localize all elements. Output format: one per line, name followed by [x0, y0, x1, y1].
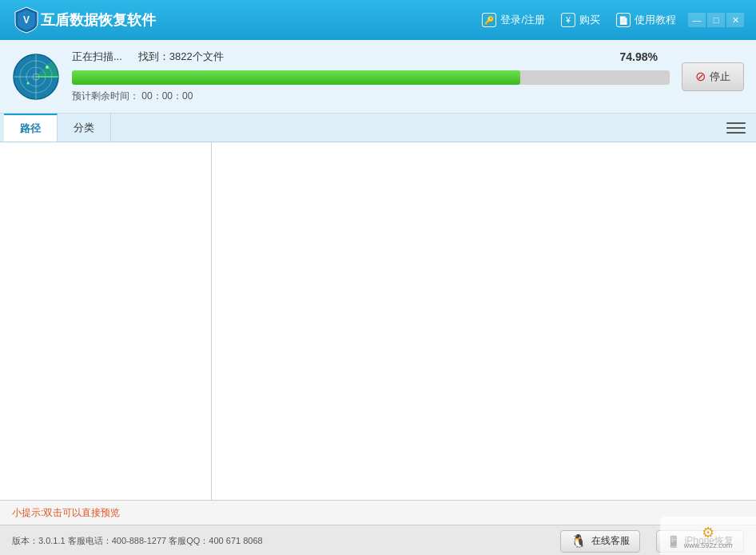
- scan-found-text: 找到：3822个文件: [138, 50, 224, 64]
- main-content: [0, 142, 756, 501]
- maximize-button[interactable]: □: [707, 13, 725, 27]
- app-logo-icon: V: [12, 6, 41, 34]
- tab-category[interactable]: 分类: [58, 114, 111, 142]
- scan-status-row: 正在扫描... 找到：3822个文件 74.98%: [72, 50, 670, 64]
- titlebar-actions: 🔑 登录/注册 ¥ 购买 📄 使用教程: [482, 13, 676, 27]
- hint-bar: 小提示:双击可以直接预览: [0, 501, 756, 525]
- right-panel: [212, 142, 756, 500]
- tab-path[interactable]: 路径: [4, 114, 58, 142]
- stop-button[interactable]: ⊘ 停止: [682, 62, 744, 91]
- footer: 版本：3.0.1.1 客服电话：400-888-1277 客服QQ：400 67…: [0, 525, 756, 555]
- tutorial-button[interactable]: 📄 使用教程: [616, 13, 676, 27]
- progress-bar-fill: [72, 70, 520, 85]
- scan-percent: 74.98%: [620, 50, 658, 63]
- window-controls: — □ ✕: [688, 13, 744, 27]
- titlebar: V 互盾数据恢复软件 🔑 登录/注册 ¥ 购买 📄 使用教程 — □ ✕: [0, 0, 756, 40]
- close-button[interactable]: ✕: [726, 13, 744, 27]
- login-icon: 🔑: [482, 13, 496, 27]
- svg-point-10: [46, 66, 49, 69]
- online-service-button[interactable]: 🐧 在线客服: [560, 530, 640, 553]
- scan-time: 预计剩余时间： 00：00：00: [72, 90, 670, 103]
- buy-icon: ¥: [561, 13, 575, 27]
- progress-bar-container: [72, 70, 670, 85]
- scan-info: 正在扫描... 找到：3822个文件 74.98% 预计剩余时间： 00：00：…: [72, 50, 670, 103]
- left-panel: [0, 142, 212, 500]
- hint-text: 小提示:双击可以直接预览: [12, 506, 120, 520]
- buy-button[interactable]: ¥ 购买: [561, 13, 600, 27]
- watermark: ⚙ www.592z.com: [660, 517, 756, 555]
- scan-status-text: 正在扫描...: [72, 50, 122, 64]
- tutorial-icon: 📄: [616, 13, 631, 27]
- app-title: 互盾数据恢复软件: [41, 10, 482, 30]
- footer-version-text: 版本：3.0.1.1 客服电话：400-888-1277 客服QQ：400 67…: [12, 535, 544, 547]
- menu-icon[interactable]: [726, 118, 746, 138]
- service-avatar-icon: 🐧: [571, 533, 587, 549]
- svg-point-11: [27, 82, 30, 84]
- login-register-button[interactable]: 🔑 登录/注册: [482, 13, 545, 27]
- watermark-text: www.592z.com: [684, 541, 733, 549]
- scan-radar-icon: [12, 53, 60, 101]
- minimize-button[interactable]: —: [688, 13, 706, 27]
- stop-icon: ⊘: [695, 69, 706, 84]
- tabs-bar: 路径 分类: [0, 114, 756, 142]
- svg-text:V: V: [23, 14, 30, 26]
- scan-area: 正在扫描... 找到：3822个文件 74.98% 预计剩余时间： 00：00：…: [0, 40, 756, 114]
